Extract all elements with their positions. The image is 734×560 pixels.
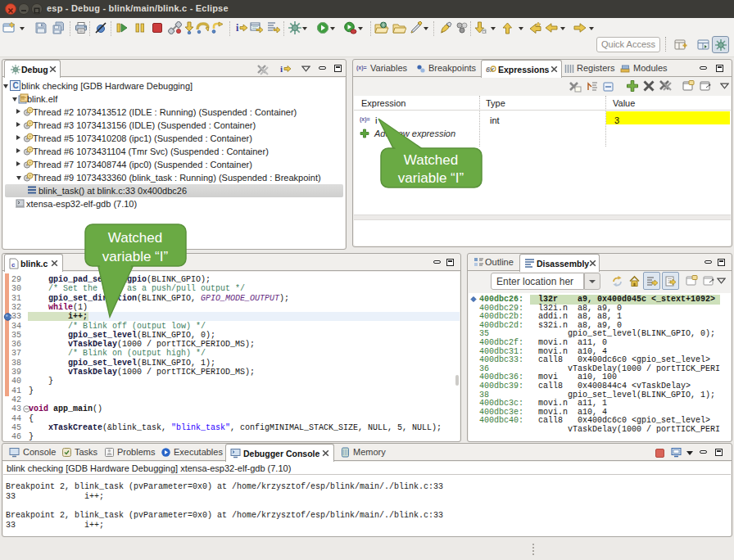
svg-text:Watched: Watched (108, 230, 162, 246)
svg-text:variable “I”: variable “I” (398, 170, 464, 186)
svg-text:Watched: Watched (404, 152, 458, 168)
svg-text:variable “I”: variable “I” (102, 249, 169, 264)
